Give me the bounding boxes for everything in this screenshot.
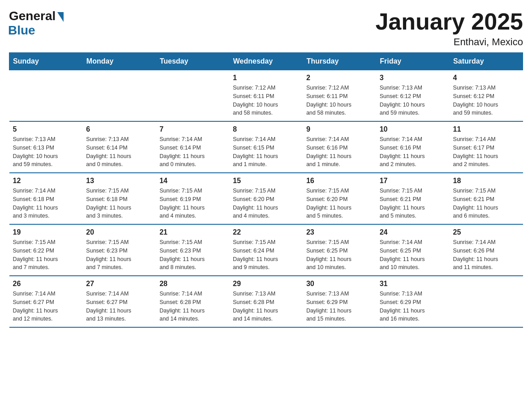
day-info: Sunrise: 7:15 AMSunset: 6:19 PMDaylight:… [159,187,226,220]
calendar-cell: 7Sunrise: 7:14 AMSunset: 6:14 PMDaylight… [156,121,229,173]
calendar-cell: 24Sunrise: 7:14 AMSunset: 6:25 PMDayligh… [376,224,450,276]
day-number: 4 [453,74,519,82]
week-row-5: 26Sunrise: 7:14 AMSunset: 6:27 PMDayligh… [9,276,523,327]
day-number: 25 [453,228,519,236]
day-info: Sunrise: 7:12 AMSunset: 6:11 PMDaylight:… [233,84,299,117]
day-info: Sunrise: 7:15 AMSunset: 6:18 PMDaylight:… [86,187,152,220]
day-info: Sunrise: 7:13 AMSunset: 6:14 PMDaylight:… [86,135,152,169]
header-day-friday: Friday [376,53,450,70]
calendar-cell: 8Sunrise: 7:14 AMSunset: 6:15 PMDaylight… [229,121,303,173]
calendar-cell: 9Sunrise: 7:14 AMSunset: 6:16 PMDaylight… [303,121,376,173]
day-info: Sunrise: 7:14 AMSunset: 6:15 PMDaylight:… [233,135,299,169]
calendar-location: Enthavi, Mexico [375,36,523,48]
day-info: Sunrise: 7:15 AMSunset: 6:20 PMDaylight:… [306,187,373,220]
calendar-cell: 15Sunrise: 7:15 AMSunset: 6:20 PMDayligh… [229,173,303,224]
day-number: 10 [380,125,446,133]
day-number: 27 [86,280,152,288]
day-number: 1 [233,74,299,82]
day-info: Sunrise: 7:14 AMSunset: 6:25 PMDaylight:… [380,238,446,272]
page-header: General Blue January 2025 Enthavi, Mexic… [9,9,523,48]
week-row-4: 19Sunrise: 7:15 AMSunset: 6:22 PMDayligh… [9,224,523,276]
day-number: 29 [233,280,299,288]
calendar-cell: 12Sunrise: 7:14 AMSunset: 6:18 PMDayligh… [9,173,83,224]
day-number: 2 [306,74,373,82]
day-number: 3 [380,74,446,82]
day-number: 14 [159,177,226,185]
day-info: Sunrise: 7:15 AMSunset: 6:20 PMDaylight:… [233,187,299,220]
calendar-cell: 4Sunrise: 7:13 AMSunset: 6:12 PMDaylight… [450,70,523,122]
header-day-saturday: Saturday [450,53,523,70]
day-info: Sunrise: 7:15 AMSunset: 6:25 PMDaylight:… [306,238,373,272]
calendar-cell: 20Sunrise: 7:15 AMSunset: 6:23 PMDayligh… [82,224,156,276]
day-info: Sunrise: 7:12 AMSunset: 6:11 PMDaylight:… [306,84,373,117]
day-number: 16 [306,177,373,185]
day-number: 30 [306,280,373,288]
calendar-cell: 29Sunrise: 7:13 AMSunset: 6:28 PMDayligh… [229,276,303,327]
day-number: 5 [13,125,79,133]
header-day-thursday: Thursday [303,53,376,70]
header-day-monday: Monday [82,53,156,70]
calendar-cell: 30Sunrise: 7:13 AMSunset: 6:29 PMDayligh… [303,276,376,327]
calendar-cell: 13Sunrise: 7:15 AMSunset: 6:18 PMDayligh… [82,173,156,224]
day-info: Sunrise: 7:13 AMSunset: 6:13 PMDaylight:… [13,135,79,169]
calendar-table: SundayMondayTuesdayWednesdayThursdayFrid… [9,52,523,328]
logo-arrow-icon [57,12,64,22]
day-number: 11 [453,125,519,133]
day-number: 15 [233,177,299,185]
calendar-cell: 10Sunrise: 7:14 AMSunset: 6:16 PMDayligh… [376,121,450,173]
day-number: 22 [233,228,299,236]
day-number: 12 [13,177,79,185]
header-day-tuesday: Tuesday [156,53,229,70]
day-info: Sunrise: 7:14 AMSunset: 6:14 PMDaylight:… [159,135,226,169]
calendar-cell: 11Sunrise: 7:14 AMSunset: 6:17 PMDayligh… [450,121,523,173]
calendar-cell [9,70,83,122]
day-info: Sunrise: 7:15 AMSunset: 6:21 PMDaylight:… [453,187,519,220]
calendar-cell: 25Sunrise: 7:14 AMSunset: 6:26 PMDayligh… [450,224,523,276]
day-number: 7 [159,125,226,133]
calendar-cell: 18Sunrise: 7:15 AMSunset: 6:21 PMDayligh… [450,173,523,224]
calendar-cell: 27Sunrise: 7:14 AMSunset: 6:27 PMDayligh… [82,276,156,327]
calendar-body: 1Sunrise: 7:12 AMSunset: 6:11 PMDaylight… [9,70,523,328]
day-info: Sunrise: 7:14 AMSunset: 6:17 PMDaylight:… [453,135,519,169]
day-number: 17 [380,177,446,185]
day-number: 19 [13,228,79,236]
week-row-2: 5Sunrise: 7:13 AMSunset: 6:13 PMDaylight… [9,121,523,173]
day-number: 6 [86,125,152,133]
calendar-header: SundayMondayTuesdayWednesdayThursdayFrid… [9,53,523,70]
day-info: Sunrise: 7:13 AMSunset: 6:29 PMDaylight:… [380,290,446,323]
day-info: Sunrise: 7:14 AMSunset: 6:26 PMDaylight:… [453,238,519,272]
calendar-cell: 16Sunrise: 7:15 AMSunset: 6:20 PMDayligh… [303,173,376,224]
day-info: Sunrise: 7:15 AMSunset: 6:24 PMDaylight:… [233,238,299,272]
calendar-cell: 19Sunrise: 7:15 AMSunset: 6:22 PMDayligh… [9,224,83,276]
week-row-1: 1Sunrise: 7:12 AMSunset: 6:11 PMDaylight… [9,70,523,122]
day-info: Sunrise: 7:15 AMSunset: 6:21 PMDaylight:… [380,187,446,220]
day-number: 26 [13,280,79,288]
day-info: Sunrise: 7:15 AMSunset: 6:22 PMDaylight:… [13,238,79,272]
calendar-title: January 2025 [375,9,523,34]
calendar-cell: 1Sunrise: 7:12 AMSunset: 6:11 PMDaylight… [229,70,303,122]
calendar-cell [450,276,523,327]
day-number: 23 [306,228,373,236]
calendar-cell: 2Sunrise: 7:12 AMSunset: 6:11 PMDaylight… [303,70,376,122]
day-info: Sunrise: 7:15 AMSunset: 6:23 PMDaylight:… [159,238,226,272]
header-day-sunday: Sunday [9,53,83,70]
day-info: Sunrise: 7:13 AMSunset: 6:29 PMDaylight:… [306,290,373,323]
day-number: 9 [306,125,373,133]
calendar-cell: 23Sunrise: 7:15 AMSunset: 6:25 PMDayligh… [303,224,376,276]
day-info: Sunrise: 7:14 AMSunset: 6:27 PMDaylight:… [86,290,152,323]
day-number: 28 [159,280,226,288]
logo-blue-text: Blue [8,23,35,38]
calendar-cell: 22Sunrise: 7:15 AMSunset: 6:24 PMDayligh… [229,224,303,276]
calendar-cell: 31Sunrise: 7:13 AMSunset: 6:29 PMDayligh… [376,276,450,327]
day-info: Sunrise: 7:14 AMSunset: 6:18 PMDaylight:… [13,187,79,220]
calendar-cell: 17Sunrise: 7:15 AMSunset: 6:21 PMDayligh… [376,173,450,224]
day-number: 8 [233,125,299,133]
logo-general-text: General [9,9,56,23]
day-number: 20 [86,228,152,236]
week-row-3: 12Sunrise: 7:14 AMSunset: 6:18 PMDayligh… [9,173,523,224]
day-info: Sunrise: 7:14 AMSunset: 6:16 PMDaylight:… [380,135,446,169]
calendar-cell: 21Sunrise: 7:15 AMSunset: 6:23 PMDayligh… [156,224,229,276]
header-row: SundayMondayTuesdayWednesdayThursdayFrid… [9,53,523,70]
logo: General Blue [9,9,64,38]
day-number: 13 [86,177,152,185]
